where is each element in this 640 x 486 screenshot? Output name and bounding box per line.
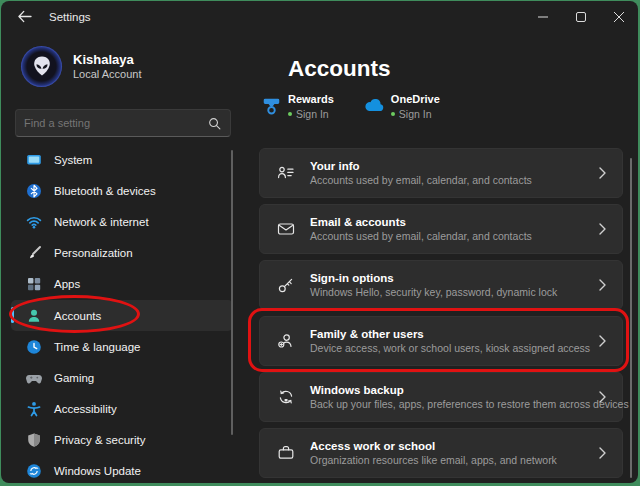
sidebar-item-gaming[interactable]: Gaming: [11, 362, 233, 393]
sidebar: Kishalaya Local Account System: [1, 32, 241, 483]
onedrive-badge[interactable]: OneDrive Sign In: [362, 93, 440, 120]
onedrive-name: OneDrive: [391, 93, 440, 106]
bluetooth-icon: [26, 183, 42, 199]
rewards-status[interactable]: Sign In: [288, 108, 334, 120]
settings-card-list: Your info Accounts used by email, calend…: [259, 148, 623, 483]
card-subtitle: Accounts used by email, calendar, and co…: [310, 230, 599, 243]
card-text: Access work or school Organization resou…: [310, 439, 599, 467]
sidebar-item-personalization[interactable]: Personalization: [11, 238, 233, 269]
chevron-right-icon: [599, 335, 606, 347]
settings-window: Settings: [1, 1, 638, 483]
user-account-type: Local Account: [73, 67, 142, 81]
sidebar-item-label: Accounts: [54, 310, 101, 322]
close-button[interactable]: [600, 1, 638, 32]
back-button[interactable]: [9, 4, 39, 30]
card-subtitle: Accounts used by email, calendar, and co…: [310, 174, 599, 187]
alien-logo-icon: [25, 50, 59, 84]
card-email-accounts[interactable]: Email & accounts Accounts used by email,…: [259, 204, 623, 254]
gaming-controller-icon: [26, 370, 42, 386]
main-scrollbar[interactable]: [630, 158, 632, 478]
sidebar-item-windows-update[interactable]: Windows Update: [11, 456, 233, 483]
card-subtitle: Back up your files, apps, preferences to…: [310, 398, 599, 411]
sidebar-item-accounts[interactable]: Accounts: [11, 300, 233, 331]
sidebar-item-label: System: [54, 154, 92, 166]
card-your-info[interactable]: Your info Accounts used by email, calend…: [259, 148, 623, 198]
time-language-clock-icon: [26, 339, 42, 355]
desktop-background: Settings: [0, 0, 640, 486]
sidebar-nav: System Bluetooth & devices Network & int…: [11, 144, 233, 483]
sidebar-item-system[interactable]: System: [11, 144, 233, 175]
card-text: Windows backup Back up your files, apps,…: [310, 383, 599, 411]
card-signin-options[interactable]: Sign-in options Windows Hello, security …: [259, 260, 623, 310]
sidebar-item-label: Accessibility: [54, 403, 117, 415]
card-subtitle: Organization resources like email, apps,…: [310, 454, 599, 467]
user-name: Kishalaya: [73, 52, 142, 67]
rewards-name: Rewards: [288, 93, 334, 106]
card-subtitle: Device access, work or school users, kio…: [310, 342, 599, 355]
privacy-shield-icon: [26, 432, 42, 448]
rewards-text: Rewards Sign In: [288, 93, 334, 120]
family-add-user-icon: [277, 332, 295, 350]
accounts-person-icon: [26, 308, 42, 324]
card-text: Your info Accounts used by email, calend…: [310, 159, 599, 187]
sidebar-item-network[interactable]: Network & internet: [11, 206, 233, 237]
accessibility-person-icon: [26, 401, 42, 417]
rewards-icon: [259, 94, 283, 118]
sidebar-item-label: Privacy & security: [54, 434, 145, 446]
card-family-other-users[interactable]: Family & other users Device access, work…: [259, 316, 623, 366]
sidebar-item-label: Bluetooth & devices: [54, 185, 156, 197]
chevron-right-icon: [599, 391, 606, 403]
search-input[interactable]: [16, 117, 208, 129]
key-icon: [277, 276, 295, 294]
rewards-badge[interactable]: Rewards Sign In: [259, 93, 334, 120]
card-title: Access work or school: [310, 439, 599, 453]
title-bar: Settings: [1, 1, 638, 32]
avatar: [21, 46, 62, 87]
card-title: Your info: [310, 159, 599, 173]
briefcase-icon: [277, 444, 295, 462]
apps-grid-icon: [26, 276, 42, 292]
card-title: Sign-in options: [310, 271, 599, 285]
sidebar-item-bluetooth[interactable]: Bluetooth & devices: [11, 175, 233, 206]
sidebar-item-time-language[interactable]: Time & language: [11, 331, 233, 362]
user-profile[interactable]: Kishalaya Local Account: [21, 46, 142, 87]
sidebar-scrollbar[interactable]: [231, 150, 233, 435]
main-content: Accounts Rewards Sign In: [241, 32, 638, 483]
your-info-icon: [277, 164, 295, 182]
minimize-button[interactable]: [524, 1, 562, 32]
window-title: Settings: [49, 11, 91, 23]
page-title: Accounts: [288, 56, 391, 82]
sidebar-item-label: Network & internet: [54, 216, 149, 228]
search-icon: [208, 117, 221, 130]
signin-dot-icon: [391, 112, 395, 116]
chevron-right-icon: [599, 223, 606, 235]
chevron-right-icon: [599, 279, 606, 291]
onedrive-icon: [362, 94, 386, 118]
sidebar-item-accessibility[interactable]: Accessibility: [11, 394, 233, 425]
maximize-button[interactable]: [562, 1, 600, 32]
sidebar-item-label: Windows Update: [54, 465, 141, 477]
windows-update-icon: [26, 463, 42, 479]
sidebar-item-label: Time & language: [54, 341, 141, 353]
selected-accent-bar: [11, 307, 14, 323]
chevron-right-icon: [599, 167, 606, 179]
network-wifi-icon: [26, 214, 42, 230]
card-access-work-school[interactable]: Access work or school Organization resou…: [259, 428, 623, 478]
signin-label: Sign In: [399, 108, 432, 120]
card-windows-backup[interactable]: Windows backup Back up your files, apps,…: [259, 372, 623, 422]
card-subtitle: Windows Hello, security key, password, d…: [310, 286, 599, 299]
close-icon: [614, 12, 624, 22]
back-arrow-icon: [17, 10, 32, 23]
sidebar-item-apps[interactable]: Apps: [11, 269, 233, 300]
onedrive-text: OneDrive Sign In: [391, 93, 440, 120]
email-icon: [277, 220, 295, 238]
onedrive-status[interactable]: Sign In: [391, 108, 440, 120]
search-box[interactable]: [15, 109, 231, 137]
sidebar-item-privacy-security[interactable]: Privacy & security: [11, 425, 233, 456]
card-text: Family & other users Device access, work…: [310, 327, 599, 355]
signin-dot-icon: [288, 112, 292, 116]
system-icon: [26, 152, 42, 168]
maximize-icon: [576, 12, 586, 22]
card-text: Email & accounts Accounts used by email,…: [310, 215, 599, 243]
card-title: Family & other users: [310, 327, 599, 341]
